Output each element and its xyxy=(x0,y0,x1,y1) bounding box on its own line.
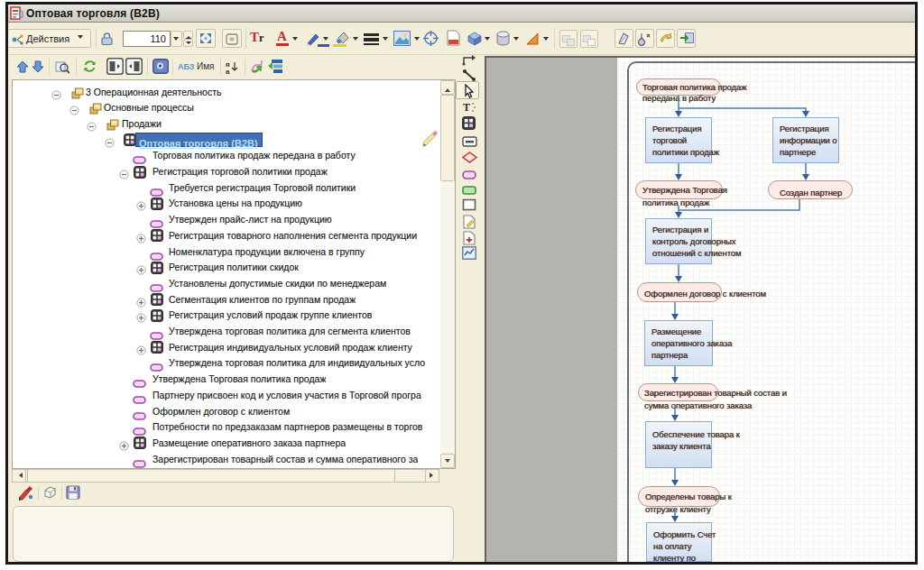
svg-text:T: T xyxy=(463,101,470,114)
svg-text:а: а xyxy=(226,68,230,74)
